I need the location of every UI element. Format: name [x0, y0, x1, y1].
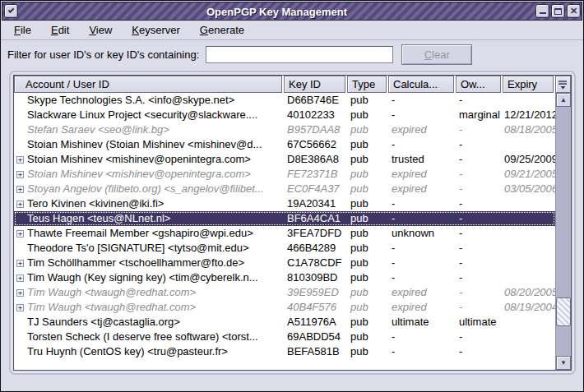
expiry-label: 09/21/2005	[503, 167, 555, 182]
window-title: OpenPGP Key Management	[206, 6, 347, 18]
filter-input[interactable]	[206, 46, 393, 63]
owner-trust-label: -	[456, 270, 503, 285]
scrollbar-thumb[interactable]	[556, 297, 571, 326]
user-id-label: Tru Huynh (CentOS key) <tru@pasteur.fr>	[27, 344, 228, 359]
expiry-label	[503, 330, 555, 344]
user-id-label: Tero Kivinen <kivinen@iki.fi>	[27, 196, 164, 211]
expand-plus-icon[interactable]: +	[16, 274, 24, 282]
table-row[interactable]: + Tim Schöllhammer <tschoellhammer@fto.d…	[14, 256, 555, 270]
expiry-label	[503, 196, 555, 211]
table-row[interactable]: + Stoian Mishinev (Stoian Mishinev <mish…	[14, 137, 555, 152]
owner-trust-label: marginal	[456, 108, 503, 122]
maximize-button[interactable]	[551, 4, 565, 18]
user-id-label: Slackware Linux Project <security@slackw…	[27, 108, 257, 122]
table-row[interactable]: + Stoian Mishinev <mishinev@openintegra.…	[14, 167, 555, 182]
scroll-up-button[interactable]: ▲	[556, 93, 571, 107]
key-type-label: pub	[347, 196, 388, 211]
key-type-label: pub	[347, 270, 388, 285]
menu-bar: File Edit View Keyserver Generate	[1, 21, 583, 40]
key-list-frame: Account / User ID Key ID Type Calcula...…	[9, 71, 576, 375]
table-row[interactable]: + Tim Waugh <twaugh@redhat.com> 39E959ED…	[14, 285, 555, 300]
close-button[interactable]: ✕	[567, 4, 581, 18]
header-account-user-id[interactable]: Account / User ID	[14, 76, 282, 93]
header-type[interactable]: Type	[347, 76, 387, 93]
key-id-label: 3FEA7DFD	[284, 226, 347, 241]
key-type-label: pub	[347, 300, 388, 315]
header-expiry[interactable]: Expiry	[503, 76, 554, 93]
table-row[interactable]: + Skype Technologies S.A. <info@skype.ne…	[14, 93, 555, 108]
table-row[interactable]: + Teus Hagen <teus@NLnet.nl> BF6A4CA1 pu…	[14, 211, 555, 226]
expand-plus-icon[interactable]: +	[16, 230, 24, 238]
expand-plus-icon[interactable]: +	[16, 186, 24, 193]
user-id-label: Torsten Scheck (I deserve free software)…	[27, 330, 258, 344]
key-id-label: D66B746E	[284, 93, 347, 108]
menu-generate[interactable]: Generate	[193, 22, 251, 38]
owner-trust-label: -	[456, 182, 503, 196]
user-id-label: Stoyan Angelov (filibeto.org) <s_angelov…	[27, 182, 264, 196]
key-id-label: B957DAA8	[284, 122, 347, 137]
header-owner-trust[interactable]: Ow...	[456, 76, 501, 93]
expiry-label	[503, 315, 555, 330]
table-row[interactable]: + Stoyan Angelov (filibeto.org) <s_angel…	[14, 182, 555, 196]
menu-file[interactable]: File	[7, 22, 38, 38]
key-type-label: pub	[347, 330, 388, 344]
user-id-label: Teus Hagen <teus@NLnet.nl>	[27, 211, 170, 226]
owner-trust-label: -	[456, 226, 503, 241]
menu-keyserver[interactable]: Keyserver	[125, 22, 187, 38]
vertical-scrollbar[interactable]: ▲ ▼	[555, 93, 571, 370]
table-row[interactable]: + Tero Kivinen <kivinen@iki.fi> 19A20341…	[14, 196, 555, 211]
key-type-label: pub	[347, 241, 388, 256]
menu-view[interactable]: View	[82, 22, 118, 38]
user-id-label: Stoian Mishinev <mishinev@openintegra.co…	[27, 167, 251, 182]
table-row[interactable]: + Tim Waugh (Key signing key) <tim@cyber…	[14, 270, 555, 285]
calculated-trust-label: expired	[388, 122, 456, 137]
window-menu-button[interactable]	[4, 4, 18, 18]
expiry-label	[503, 211, 555, 226]
calculated-trust-label: -	[388, 241, 456, 256]
table-row[interactable]: + Tru Huynh (CentOS key) <tru@pasteur.fr…	[14, 344, 555, 359]
calculated-trust-label: -	[388, 330, 456, 344]
key-type-label: pub	[347, 285, 388, 300]
expiry-label	[503, 93, 555, 108]
expiry-label	[503, 241, 555, 256]
filter-label: Filter for user ID's or key ID's contain…	[7, 48, 199, 61]
column-config-button[interactable]	[555, 76, 571, 93]
key-id-label: 810309BD	[284, 270, 347, 285]
table-row[interactable]: + Torsten Scheck (I deserve free softwar…	[14, 330, 555, 344]
expiry-label	[503, 256, 555, 270]
expiry-label	[503, 226, 555, 241]
title-area[interactable]: OpenPGP Key Management	[19, 4, 535, 19]
table-row[interactable]: + Tim Waugh <twaugh@redhat.com> 40B4F576…	[14, 300, 555, 315]
scroll-down-button[interactable]: ▼	[556, 356, 571, 370]
user-id-label: Theodore Ts'o [SIGNATURE] <tytso@mit.edu…	[27, 241, 249, 256]
key-id-label: BF6A4CA1	[284, 211, 347, 226]
table-row[interactable]: + TJ Saunders <tj@castaglia.org> A511976…	[14, 315, 555, 330]
expand-plus-icon[interactable]: +	[16, 260, 24, 267]
expand-plus-icon[interactable]: +	[16, 171, 24, 178]
minimize-button[interactable]	[535, 4, 549, 18]
chevron-down-icon	[8, 7, 15, 13]
table-row[interactable]: + Theodore Ts'o [SIGNATURE] <tytso@mit.e…	[14, 241, 555, 256]
user-id-label: TJ Saunders <tj@castaglia.org>	[27, 315, 180, 330]
table-row[interactable]: + Stefan Saraev <seo@link.bg> B957DAA8 p…	[14, 122, 555, 137]
user-id-label: Tim Waugh <twaugh@redhat.com>	[27, 285, 196, 300]
table-row[interactable]: + Thawte Freemail Member <gshapiro@wpi.e…	[14, 226, 555, 241]
expand-plus-icon[interactable]: +	[16, 156, 24, 164]
expand-plus-icon[interactable]: +	[16, 289, 24, 297]
expiry-label: 08/19/2004	[503, 300, 555, 315]
expand-plus-icon[interactable]: +	[16, 201, 24, 208]
calculated-trust-label: -	[388, 137, 456, 152]
key-type-label: pub	[347, 344, 388, 359]
table-row[interactable]: + Stoian Mishinev <mishinev@openintegra.…	[14, 152, 555, 167]
header-key-id[interactable]: Key ID	[284, 76, 345, 93]
scrollbar-track[interactable]	[556, 107, 571, 356]
header-calculated-trust[interactable]: Calcula...	[388, 76, 454, 93]
clear-button[interactable]: Clear	[401, 44, 472, 65]
calculated-trust-label: -	[388, 344, 456, 359]
expand-plus-icon[interactable]: +	[16, 304, 24, 311]
table-row[interactable]: + Slackware Linux Project <security@slac…	[14, 108, 555, 122]
expiry-label: 08/20/2005	[503, 285, 555, 300]
title-bar: OpenPGP Key Management ✕	[2, 2, 582, 21]
key-type-label: pub	[347, 122, 388, 137]
menu-edit[interactable]: Edit	[44, 22, 76, 38]
